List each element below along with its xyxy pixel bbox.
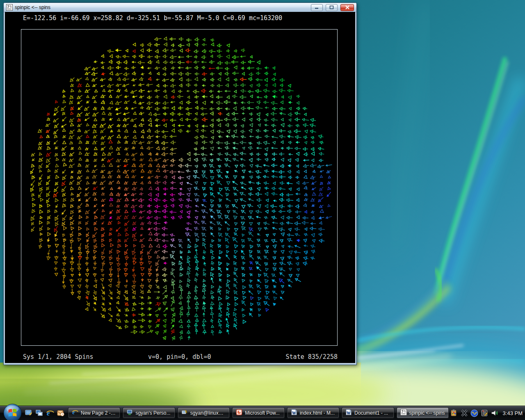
taskbar-button-2[interactable]: sgyan@linux1:... bbox=[178, 407, 230, 418]
volume-icon[interactable] bbox=[491, 409, 499, 417]
close-button[interactable] bbox=[340, 4, 354, 11]
taskbar-button-4[interactable]: Windex.html - M... bbox=[287, 407, 339, 418]
internet-explorer-icon[interactable]: e bbox=[46, 409, 54, 417]
svg-text:e: e bbox=[47, 409, 50, 417]
taskbar-button-0[interactable]: eNew Page 2 - I... bbox=[68, 407, 120, 418]
quick-launch-bar: e bbox=[25, 406, 65, 420]
ssh-icon bbox=[181, 409, 188, 417]
clock[interactable]: 3:43 PM bbox=[503, 410, 523, 416]
task-button-strip: eNew Page 2 - I...sgyan's Perso...sgyan@… bbox=[68, 407, 449, 418]
ie-icon: e bbox=[72, 409, 78, 417]
minimize-icon bbox=[315, 6, 319, 9]
window-titlebar[interactable]: spinpic <-- spins bbox=[4, 3, 356, 12]
word-icon: W bbox=[291, 409, 297, 417]
spin-field-frame bbox=[21, 29, 338, 346]
powerpoint-icon bbox=[236, 409, 242, 417]
energy-status-line: E=-122.56 i=-66.69 x=258.82 d=-325.51 b=… bbox=[23, 14, 282, 22]
taskbar-button-spinpic[interactable]: spinpic <-- spins bbox=[397, 407, 449, 418]
maximize-button[interactable] bbox=[326, 4, 338, 11]
svg-text:W: W bbox=[347, 411, 351, 415]
window-title: spinpic <-- spins bbox=[15, 5, 308, 10]
spin-canvas[interactable] bbox=[21, 30, 337, 345]
start-button[interactable] bbox=[3, 404, 22, 420]
window-client-area: E=-122.56 i=-66.69 x=258.82 d=-325.51 b=… bbox=[5, 12, 355, 363]
word-icon: W bbox=[345, 409, 352, 417]
svg-text:W: W bbox=[292, 411, 296, 415]
x-server-tray-icon[interactable] bbox=[460, 409, 468, 417]
clipboard-sync-tray-icon[interactable] bbox=[450, 409, 458, 417]
state-counter: State 835/2258 bbox=[286, 353, 338, 361]
system-spins-status: Sys 1/1, 2804 Spins bbox=[23, 353, 94, 361]
spinpic-window: spinpic <-- spins E=-122.56 i=-66.69 x=2… bbox=[3, 2, 357, 365]
close-icon bbox=[345, 5, 350, 9]
taskbar-button-3[interactable]: Microsoft Pow... bbox=[232, 407, 284, 418]
show-desktop-icon[interactable] bbox=[25, 409, 33, 417]
pin-status: v=0, pin=0, dbl=0 bbox=[148, 353, 211, 361]
taskbar-button-label: sgyan's Perso... bbox=[135, 410, 170, 416]
taskbar-button-label: spinpic <-- spins bbox=[409, 410, 445, 416]
journal-notes-tray-icon[interactable] bbox=[481, 409, 489, 417]
taskbar-button-1[interactable]: sgyan's Perso... bbox=[123, 407, 175, 418]
spinpic-icon bbox=[400, 409, 407, 417]
system-tray: 3:43 PM bbox=[450, 406, 523, 420]
switch-windows-icon[interactable] bbox=[35, 409, 43, 417]
computer-icon bbox=[126, 409, 133, 417]
taskbar-button-label: index.html - M... bbox=[300, 410, 335, 416]
taskbar-button-label: New Page 2 - I... bbox=[81, 410, 116, 416]
outlook-icon[interactable] bbox=[57, 409, 65, 417]
window-icon bbox=[6, 4, 13, 11]
taskbar-button-5[interactable]: WDocument1 - ... bbox=[342, 407, 394, 418]
taskbar-button-label: Document1 - ... bbox=[354, 410, 388, 416]
maximize-icon bbox=[329, 5, 334, 9]
taskbar-button-label: sgyan@linux1:... bbox=[190, 410, 226, 416]
svg-text:e: e bbox=[73, 409, 75, 415]
wave-audio-tray-icon[interactable] bbox=[470, 409, 479, 417]
taskbar-button-label: Microsoft Pow... bbox=[245, 410, 280, 416]
desktop: { "window": { "title": "spinpic <-- spin… bbox=[0, 0, 525, 420]
minimize-button[interactable] bbox=[311, 4, 323, 11]
taskbar: e eNew Page 2 - I...sgyan's Perso...sgya… bbox=[0, 406, 525, 420]
